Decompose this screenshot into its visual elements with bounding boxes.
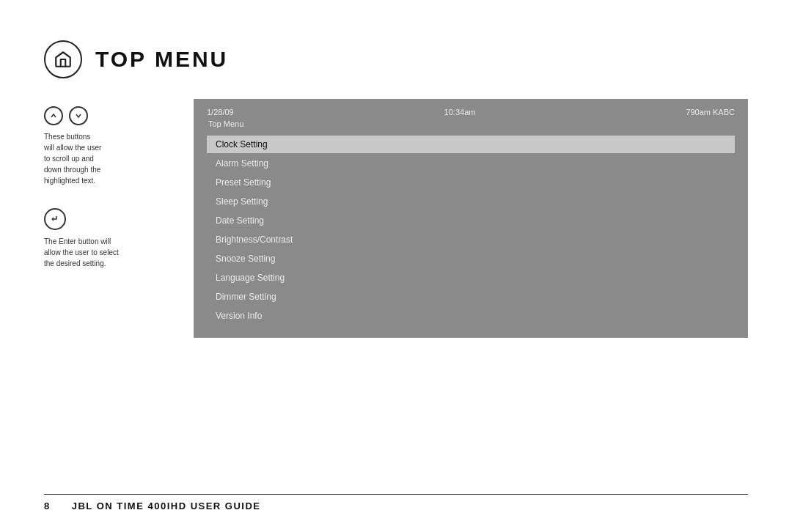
- page-heading: TOP MENU: [44, 40, 748, 78]
- enter-instruction-text: The Enter button will allow the user to …: [44, 236, 176, 269]
- menu-item[interactable]: Language Setting: [207, 269, 735, 287]
- menu-item[interactable]: Dimmer Setting: [207, 288, 735, 306]
- home-icon-circle: [44, 40, 82, 78]
- screen-date: 1/28/09: [207, 108, 234, 117]
- instructions-panel: These buttons will allow the user to scr…: [44, 99, 176, 291]
- menu-items-list: Clock SettingAlarm SettingPreset Setting…: [207, 136, 735, 325]
- menu-item[interactable]: Snooze Setting: [207, 250, 735, 267]
- enter-instruction: The Enter button will allow the user to …: [44, 208, 176, 269]
- screen-station: 790am KABC: [686, 108, 735, 117]
- screen-header: 1/28/09 10:34am 790am KABC: [207, 108, 735, 117]
- page-title: TOP MENU: [95, 47, 228, 72]
- screen-menu-label: Top Menu: [207, 119, 735, 128]
- enter-icon: [44, 208, 66, 230]
- footer-page-number: 8: [44, 500, 50, 511]
- home-icon: [54, 50, 73, 69]
- device-screen: 1/28/09 10:34am 790am KABC Top Menu Cloc…: [194, 99, 748, 338]
- scroll-buttons: [44, 106, 176, 125]
- footer: 8 JBL ON TIME 400iHD USER GUIDE: [44, 494, 748, 511]
- menu-item[interactable]: Brightness/Contrast: [207, 231, 735, 248]
- menu-item[interactable]: Alarm Setting: [207, 155, 735, 172]
- menu-item[interactable]: Date Setting: [207, 212, 735, 229]
- scroll-down-icon: [69, 106, 88, 125]
- screen-time: 10:34am: [444, 108, 476, 117]
- menu-item[interactable]: Sleep Setting: [207, 193, 735, 210]
- footer-guide-title: JBL ON TIME 400iHD USER GUIDE: [72, 500, 261, 511]
- menu-item[interactable]: Preset Setting: [207, 174, 735, 191]
- menu-item[interactable]: Version Info: [207, 307, 735, 325]
- scroll-instruction: These buttons will allow the user to scr…: [44, 106, 176, 186]
- scroll-up-icon: [44, 106, 63, 125]
- main-layout: These buttons will allow the user to scr…: [44, 99, 748, 338]
- menu-item[interactable]: Clock Setting: [207, 136, 735, 153]
- scroll-instruction-text: These buttons will allow the user to scr…: [44, 131, 176, 186]
